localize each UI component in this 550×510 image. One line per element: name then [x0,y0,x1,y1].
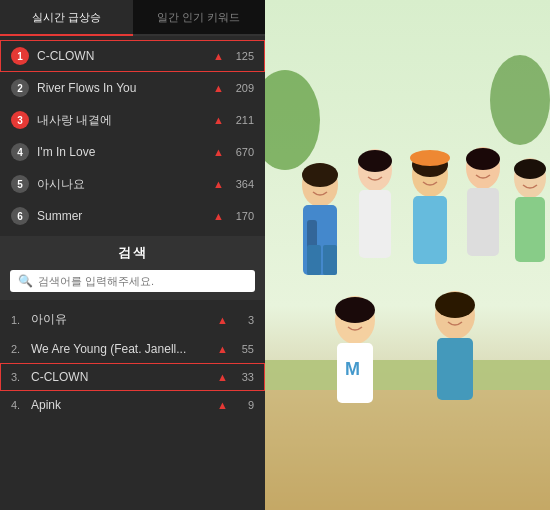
search-input-wrap[interactable]: 🔍 [10,270,255,292]
search-icon: 🔍 [18,274,33,288]
svg-rect-28 [437,338,473,400]
trend-title-4: I'm In Love [37,145,213,159]
svg-point-16 [410,150,450,166]
trend-rank-4: 4 [11,143,29,161]
trend-arrow-6: ▲ [213,210,224,222]
right-panel: M [265,0,550,510]
result-title-1: 아이유 [31,311,217,328]
trend-title-3: 내사랑 내곁에 [37,112,213,129]
left-panel: 실시간 급상승 일간 인기 키워드 1 C-CLOWN ▲ 125 2 Rive… [0,0,265,510]
trend-rank-2: 2 [11,79,29,97]
search-title: 검색 [10,244,255,262]
trend-item-6[interactable]: 6 Summer ▲ 170 [0,200,265,232]
svg-rect-11 [359,190,391,258]
tab-daily-label: 일간 인기 키워드 [157,10,240,25]
trend-item-4[interactable]: 4 I'm In Love ▲ 670 [0,136,265,168]
result-title-4: Apink [31,398,217,412]
result-count-1: 3 [230,314,254,326]
result-count-4: 9 [230,399,254,411]
tab-bar: 실시간 급상승 일간 인기 키워드 [0,0,265,36]
trend-count-5: 364 [226,178,254,190]
trend-title-2: River Flows In You [37,81,213,95]
trend-title-1: C-CLOWN [37,49,213,63]
result-count-2: 55 [230,343,254,355]
result-item-4[interactable]: 4. Apink ▲ 9 [0,391,265,419]
svg-point-22 [514,159,546,179]
trend-arrow-2: ▲ [213,82,224,94]
trend-count-4: 670 [226,146,254,158]
svg-text:M: M [345,359,360,379]
result-item-3[interactable]: 3. C-CLOWN ▲ 33 [0,363,265,391]
trend-title-6: Summer [37,209,213,223]
trend-count-1: 125 [226,50,254,62]
result-item-1[interactable]: 1. 아이유 ▲ 3 [0,304,265,335]
result-arrow-1: ▲ [217,314,228,326]
svg-point-3 [490,55,550,145]
result-rank-2: 2. [11,343,31,355]
trend-arrow-3: ▲ [213,114,224,126]
svg-rect-5 [265,360,550,390]
trend-arrow-1: ▲ [213,50,224,62]
trend-arrow-5: ▲ [213,178,224,190]
result-title-2: We Are Young (Feat. Janell... [31,342,217,356]
trend-rank-6: 6 [11,207,29,225]
search-results: 1. 아이유 ▲ 3 2. We Are Young (Feat. Janell… [0,300,265,510]
svg-rect-18 [467,188,499,256]
result-arrow-3: ▲ [217,371,228,383]
svg-rect-30 [307,245,321,275]
tab-daily[interactable]: 일간 인기 키워드 [133,0,266,36]
trend-count-6: 170 [226,210,254,222]
trend-item-1[interactable]: 1 C-CLOWN ▲ 125 [0,40,265,72]
svg-point-9 [302,163,338,187]
trend-count-3: 211 [226,114,254,126]
trend-rank-5: 5 [11,175,29,193]
result-arrow-4: ▲ [217,399,228,411]
group-photo: M [265,0,550,510]
svg-point-25 [335,297,375,323]
search-input[interactable] [38,275,247,287]
svg-point-19 [466,148,500,170]
result-item-2[interactable]: 2. We Are Young (Feat. Janell... ▲ 55 [0,335,265,363]
tab-realtime[interactable]: 실시간 급상승 [0,0,133,36]
result-rank-4: 4. [11,399,31,411]
result-rank-3: 3. [11,371,31,383]
svg-rect-31 [323,245,337,275]
result-rank-1: 1. [11,314,31,326]
svg-rect-14 [413,196,447,264]
trend-arrow-4: ▲ [213,146,224,158]
trend-item-3[interactable]: 3 내사랑 내곁에 ▲ 211 [0,104,265,136]
trend-rank-1: 1 [11,47,29,65]
svg-point-29 [435,292,475,318]
trend-title-5: 아시나요 [37,176,213,193]
result-title-3: C-CLOWN [31,370,217,384]
svg-rect-21 [515,197,545,262]
trend-item-5[interactable]: 5 아시나요 ▲ 364 [0,168,265,200]
trend-item-2[interactable]: 2 River Flows In You ▲ 209 [0,72,265,104]
svg-point-12 [358,150,392,172]
trend-rank-3: 3 [11,111,29,129]
tab-realtime-label: 실시간 급상승 [32,10,101,25]
trend-count-2: 209 [226,82,254,94]
result-arrow-2: ▲ [217,343,228,355]
search-box: 검색 🔍 [0,236,265,300]
result-count-3: 33 [230,371,254,383]
trending-list: 1 C-CLOWN ▲ 125 2 River Flows In You ▲ 2… [0,36,265,236]
